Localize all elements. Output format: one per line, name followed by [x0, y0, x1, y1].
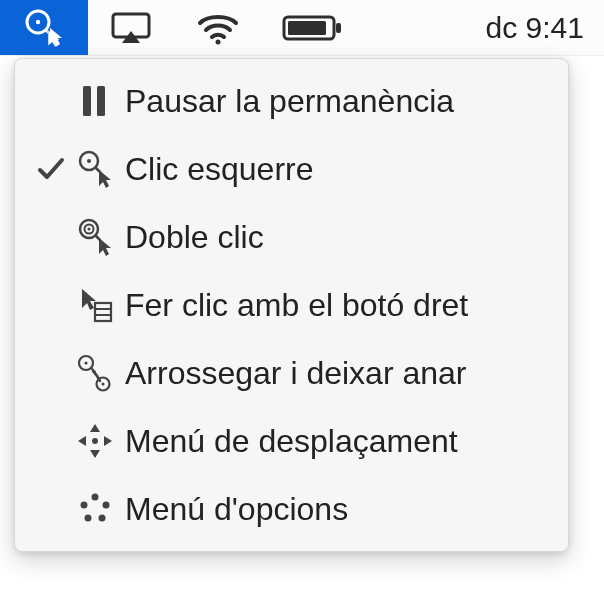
- menu-item-scroll-menu[interactable]: Menú de desplaçament: [15, 407, 568, 475]
- svg-point-39: [85, 515, 92, 522]
- svg-point-31: [92, 438, 98, 444]
- right-click-icon: [75, 285, 115, 325]
- airplay-icon[interactable]: [88, 0, 173, 55]
- svg-point-40: [99, 515, 106, 522]
- svg-marker-21: [99, 238, 111, 256]
- checkmark-icon: [37, 156, 65, 182]
- menu-item-label: Menú d'opcions: [121, 491, 348, 528]
- menu-item-options-menu[interactable]: Menú d'opcions: [15, 475, 568, 543]
- menu-item-label: Fer clic amb el botó dret: [121, 287, 468, 324]
- svg-rect-23: [95, 303, 111, 321]
- double-click-icon: [75, 217, 115, 257]
- svg-point-7: [216, 39, 221, 44]
- dwell-status-icon[interactable]: [0, 0, 88, 55]
- wifi-icon[interactable]: [173, 0, 263, 55]
- menu-item-label: Pausar la permanència: [121, 83, 454, 120]
- svg-point-19: [88, 228, 91, 231]
- pause-icon: [80, 84, 110, 118]
- svg-marker-16: [99, 170, 111, 188]
- menubar: dc 9:41: [0, 0, 604, 56]
- svg-point-30: [102, 383, 105, 386]
- svg-rect-10: [288, 21, 326, 35]
- svg-rect-11: [83, 86, 91, 116]
- menu-item-pause-dwell[interactable]: Pausar la permanència: [15, 67, 568, 135]
- menu-item-double-click[interactable]: Doble clic: [15, 203, 568, 271]
- menu-item-label: Clic esquerre: [121, 151, 314, 188]
- svg-point-36: [92, 494, 99, 501]
- menu-item-label: Doble clic: [121, 219, 264, 256]
- svg-point-1: [36, 19, 40, 23]
- svg-point-37: [81, 502, 88, 509]
- svg-rect-12: [97, 86, 105, 116]
- dwell-menu: Pausar la permanència Clic esquerre: [14, 58, 569, 552]
- drag-drop-icon: [75, 353, 115, 393]
- menu-item-drag-drop[interactable]: Arrossegar i deixar anar: [15, 339, 568, 407]
- clock-text: dc 9:41: [486, 11, 584, 45]
- svg-marker-35: [104, 436, 112, 446]
- menu-item-label: Arrossegar i deixar anar: [121, 355, 466, 392]
- scroll-menu-icon: [76, 422, 114, 460]
- svg-point-27: [84, 361, 87, 364]
- menu-item-right-click[interactable]: Fer clic amb el botó dret: [15, 271, 568, 339]
- svg-rect-9: [336, 23, 341, 33]
- svg-point-38: [103, 502, 110, 509]
- svg-marker-33: [90, 450, 100, 458]
- battery-icon[interactable]: [263, 0, 363, 55]
- options-menu-icon: [76, 490, 114, 528]
- svg-point-14: [87, 159, 91, 163]
- svg-marker-34: [78, 436, 86, 446]
- svg-marker-4: [50, 28, 62, 46]
- menu-item-label: Menú de desplaçament: [121, 423, 458, 460]
- left-click-icon: [75, 149, 115, 189]
- menu-item-left-click[interactable]: Clic esquerre: [15, 135, 568, 203]
- svg-marker-32: [90, 424, 100, 432]
- clock[interactable]: dc 9:41: [363, 0, 604, 55]
